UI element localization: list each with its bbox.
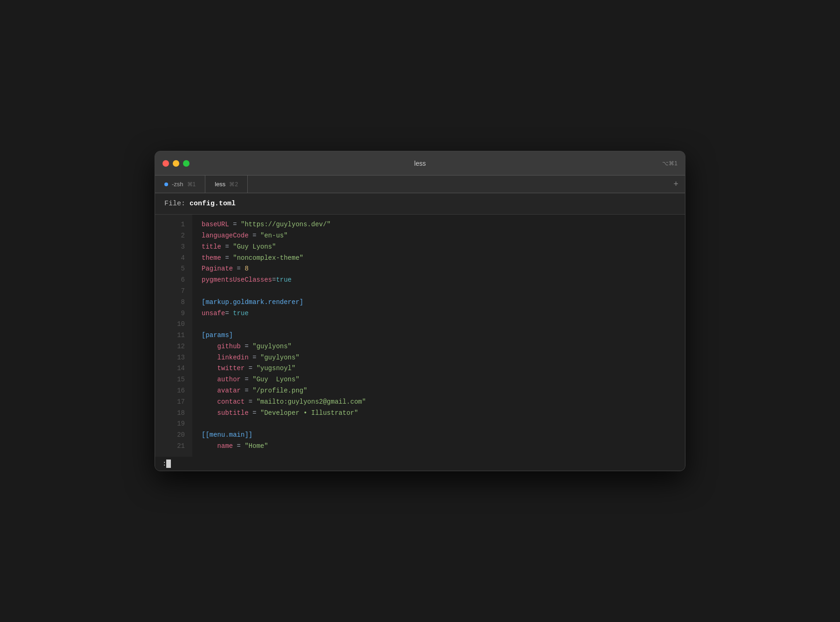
file-prefix: File: bbox=[164, 200, 190, 208]
line-num-8: 8 bbox=[155, 297, 192, 308]
maximize-button[interactable] bbox=[183, 160, 190, 167]
main-content: File: config.toml 1 2 3 4 5 6 7 8 9 10 1… bbox=[155, 193, 685, 457]
line-numbers: 1 2 3 4 5 6 7 8 9 10 11 12 13 14 15 16 1 bbox=[155, 215, 192, 457]
code-lines: baseURL = "https://guylyons.dev/" langua… bbox=[192, 215, 685, 457]
tab-zsh[interactable]: -zsh ⌘1 bbox=[155, 176, 205, 193]
file-header: File: config.toml bbox=[155, 193, 685, 215]
minimize-button[interactable] bbox=[173, 160, 179, 167]
line-num-19: 19 bbox=[155, 419, 192, 430]
tab-zsh-shortcut: ⌘1 bbox=[187, 181, 196, 188]
terminal-window: less ⌥⌘1 -zsh ⌘1 less ⌘2 + File: config.… bbox=[155, 151, 685, 471]
line-num-14: 14 bbox=[155, 363, 192, 374]
line-num-21: 21 bbox=[155, 441, 192, 452]
content-area: File: config.toml 1 2 3 4 5 6 7 8 9 10 1… bbox=[155, 193, 685, 457]
code-line-21: name = "Home" bbox=[202, 441, 676, 452]
code-line-10 bbox=[202, 319, 676, 330]
line-num-18: 18 bbox=[155, 408, 192, 419]
code-line-6: pygmentsUseClasses=true bbox=[202, 275, 676, 286]
line-num-13: 13 bbox=[155, 352, 192, 364]
titlebar: less ⌥⌘1 bbox=[155, 151, 685, 176]
code-line-18: subtitle = "Developer • Illustrator" bbox=[202, 408, 676, 419]
prompt-char: : bbox=[163, 460, 166, 467]
line-num-15: 15 bbox=[155, 374, 192, 385]
line-num-2: 2 bbox=[155, 230, 192, 242]
line-num-7: 7 bbox=[155, 286, 192, 297]
code-line-2: languageCode = "en-us" bbox=[202, 230, 676, 242]
line-num-1: 1 bbox=[155, 219, 192, 230]
code-line-1: baseURL = "https://guylyons.dev/" bbox=[202, 219, 676, 230]
tab-zsh-label: -zsh bbox=[172, 181, 183, 188]
status-prompt: : bbox=[163, 460, 171, 468]
code-line-17: contact = "mailto:guylyons2@gmail.com" bbox=[202, 397, 676, 408]
code-line-9: unsafe= true bbox=[202, 308, 676, 319]
code-line-5: Paginate = 8 bbox=[202, 264, 676, 275]
code-line-7 bbox=[202, 286, 676, 297]
tab-less[interactable]: less ⌘2 bbox=[205, 176, 248, 193]
tab-dot bbox=[164, 183, 168, 186]
line-num-11: 11 bbox=[155, 330, 192, 341]
code-line-3: title = "Guy Lyons" bbox=[202, 242, 676, 253]
line-num-12: 12 bbox=[155, 341, 192, 352]
line-num-5: 5 bbox=[155, 264, 192, 275]
filename: config.toml bbox=[190, 200, 236, 208]
tab-less-shortcut: ⌘2 bbox=[229, 181, 238, 188]
code-body: 1 2 3 4 5 6 7 8 9 10 11 12 13 14 15 16 1 bbox=[155, 215, 685, 457]
code-line-12: github = "guylyons" bbox=[202, 341, 676, 352]
code-line-14: twitter = "yugsnoyl" bbox=[202, 363, 676, 374]
code-line-4: theme = "noncomplex-theme" bbox=[202, 253, 676, 264]
code-line-11: [params] bbox=[202, 330, 676, 341]
code-line-8: [markup.goldmark.renderer] bbox=[202, 297, 676, 308]
code-line-13: linkedin = "guylyons" bbox=[202, 352, 676, 364]
line-num-10: 10 bbox=[155, 319, 192, 330]
new-tab-button[interactable]: + bbox=[667, 180, 685, 189]
tab-bar: -zsh ⌘1 less ⌘2 + bbox=[155, 176, 685, 193]
code-line-15: author = "Guy Lyons" bbox=[202, 374, 676, 385]
traffic-lights bbox=[163, 160, 190, 167]
line-num-16: 16 bbox=[155, 385, 192, 397]
cursor bbox=[166, 460, 171, 468]
window-title: less bbox=[414, 160, 426, 167]
line-num-20: 20 bbox=[155, 430, 192, 441]
window-shortcut: ⌥⌘1 bbox=[662, 160, 677, 167]
code-line-20: [[menu.main]] bbox=[202, 430, 676, 441]
code-line-16: avatar = "/profile.png" bbox=[202, 385, 676, 397]
line-num-9: 9 bbox=[155, 308, 192, 319]
line-num-17: 17 bbox=[155, 397, 192, 408]
line-num-3: 3 bbox=[155, 242, 192, 253]
tab-less-label: less bbox=[215, 181, 225, 188]
line-num-6: 6 bbox=[155, 275, 192, 286]
close-button[interactable] bbox=[163, 160, 169, 167]
code-line-19 bbox=[202, 419, 676, 430]
line-num-4: 4 bbox=[155, 253, 192, 264]
status-bar: : bbox=[155, 457, 685, 471]
